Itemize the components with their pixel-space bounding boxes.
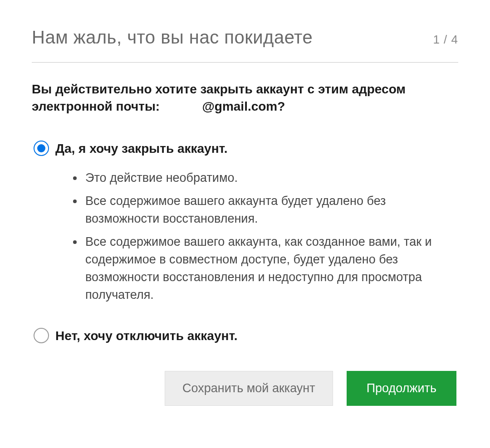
list-item: Все содержимое вашего аккаунта, как созд… xyxy=(83,233,458,304)
radio-no-label: Нет, хочу отключить аккаунт. xyxy=(55,328,237,344)
button-row: Сохранить мой аккаунт Продолжить xyxy=(32,371,458,406)
radio-no-icon[interactable] xyxy=(34,328,49,343)
radio-option-no[interactable]: Нет, хочу отключить аккаунт. xyxy=(34,328,458,344)
confirmation-question: Вы действительно хотите закрыть аккаунт … xyxy=(32,81,458,115)
yes-consequences-list: Это действие необратимо. Все содержимое … xyxy=(83,169,458,304)
list-item: Это действие необратимо. xyxy=(83,169,458,187)
radio-group: Да, я хочу закрыть аккаунт. Это действие… xyxy=(34,141,458,344)
radio-yes-label: Да, я хочу закрыть аккаунт. xyxy=(55,141,228,156)
radio-option-yes[interactable]: Да, я хочу закрыть аккаунт. xyxy=(34,141,458,156)
keep-account-button[interactable]: Сохранить мой аккаунт xyxy=(165,371,333,406)
radio-yes-icon[interactable] xyxy=(34,141,49,156)
page-title: Нам жаль, что вы нас покидаете xyxy=(32,27,313,48)
continue-button[interactable]: Продолжить xyxy=(347,371,456,406)
header: Нам жаль, что вы нас покидаете 1 / 4 xyxy=(32,27,458,63)
list-item: Все содержимое вашего аккаунта будет уда… xyxy=(83,192,458,228)
step-indicator: 1 / 4 xyxy=(433,33,458,47)
